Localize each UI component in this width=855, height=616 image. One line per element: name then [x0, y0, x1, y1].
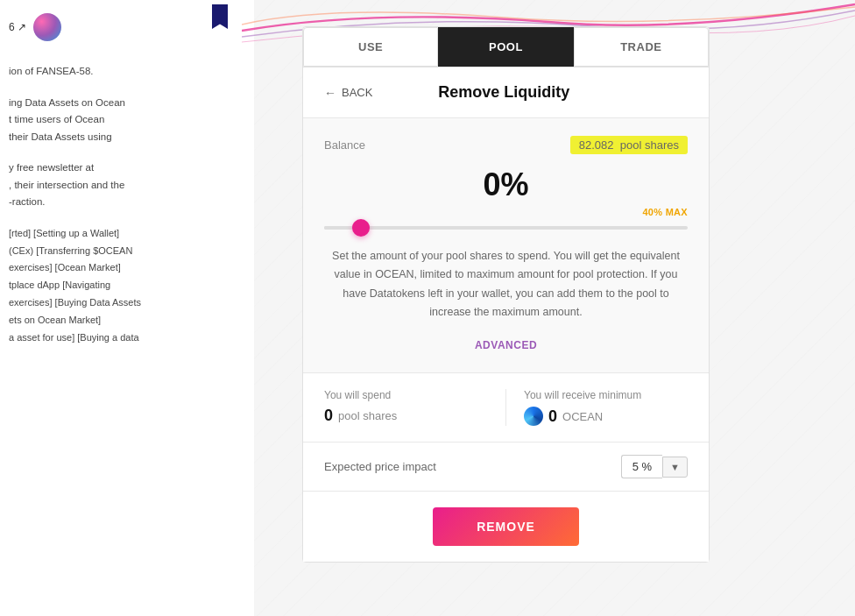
- back-label: BACK: [342, 86, 372, 99]
- advanced-link[interactable]: ADVANCED: [324, 336, 688, 355]
- balance-row: Balance 82.082 pool shares: [324, 136, 688, 154]
- percentage-display: 0%: [324, 166, 688, 203]
- remove-section: REMOVE: [303, 492, 709, 562]
- links-text: [rted] [Setting up a Wallet] (CEx) [Tran…: [9, 225, 254, 347]
- slider-thumb[interactable]: [352, 219, 370, 237]
- slider-track: [324, 226, 688, 230]
- price-impact-select[interactable]: 5 % ▼: [621, 455, 688, 478]
- price-impact-value: 5 %: [621, 455, 662, 478]
- left-panel: 6 ↗ ion of FANSEA-58. ing Data Assets on…: [0, 0, 254, 616]
- panel-title: Remove Liquidity: [438, 83, 569, 102]
- description-text: Set the amount of your pool shares to sp…: [324, 247, 688, 322]
- main-panel: USE POOL TRADE ← BACK Remove Liquidity B…: [302, 26, 710, 563]
- spend-value: 0 pool shares: [324, 407, 488, 425]
- balance-number: 82.082: [579, 138, 614, 152]
- tab-pool[interactable]: POOL: [438, 27, 573, 67]
- newsletter-text: y free newsletter at , their intersectio…: [9, 159, 254, 211]
- left-content: ion of FANSEA-58. ing Data Assets on Oce…: [9, 63, 254, 346]
- back-nav: ← BACK Remove Liquidity: [303, 67, 709, 118]
- price-impact-row: Expected price impact 5 % ▼: [303, 443, 709, 492]
- section1-text: ion of FANSEA-58.: [9, 63, 254, 81]
- back-link[interactable]: ← BACK: [324, 86, 372, 100]
- ocean-icon: [524, 407, 543, 426]
- slider-container[interactable]: [324, 226, 688, 230]
- spend-label: You will spend: [324, 389, 488, 401]
- balance-value: 82.082 pool shares: [570, 136, 688, 154]
- spend-column: You will spend 0 pool shares: [324, 389, 506, 426]
- avatar-icon: [33, 13, 61, 41]
- receive-value: 0 OCEAN: [524, 407, 688, 426]
- receive-label: You will receive minimum: [524, 389, 688, 401]
- balance-unit: pool shares: [620, 138, 679, 152]
- top-bar-text: 6 ↗: [9, 21, 26, 33]
- receive-amount: 0: [548, 407, 557, 426]
- back-arrow-icon: ←: [324, 86, 336, 100]
- balance-label: Balance: [324, 138, 365, 152]
- spend-amount: 0: [324, 407, 333, 425]
- max-label: 40% MAX: [324, 207, 688, 217]
- receive-unit: OCEAN: [562, 410, 603, 423]
- remove-button[interactable]: REMOVE: [433, 507, 579, 546]
- tab-use[interactable]: USE: [303, 27, 438, 67]
- tab-trade[interactable]: TRADE: [574, 27, 709, 67]
- tab-bar: USE POOL TRADE: [303, 27, 709, 67]
- price-impact-dropdown-icon[interactable]: ▼: [662, 457, 688, 478]
- section2-text: ing Data Assets on Ocean t time users of…: [9, 95, 254, 146]
- bookmark-icon: [212, 4, 228, 29]
- spend-receive-section: You will spend 0 pool shares You will re…: [303, 373, 709, 443]
- top-bar: 6 ↗: [9, 9, 254, 46]
- spend-unit: pool shares: [338, 409, 397, 422]
- content-area: Balance 82.082 pool shares 0% 40% MAX Se…: [303, 118, 709, 373]
- receive-column: You will receive minimum 0 OCEAN: [506, 389, 688, 426]
- price-impact-label: Expected price impact: [324, 460, 436, 473]
